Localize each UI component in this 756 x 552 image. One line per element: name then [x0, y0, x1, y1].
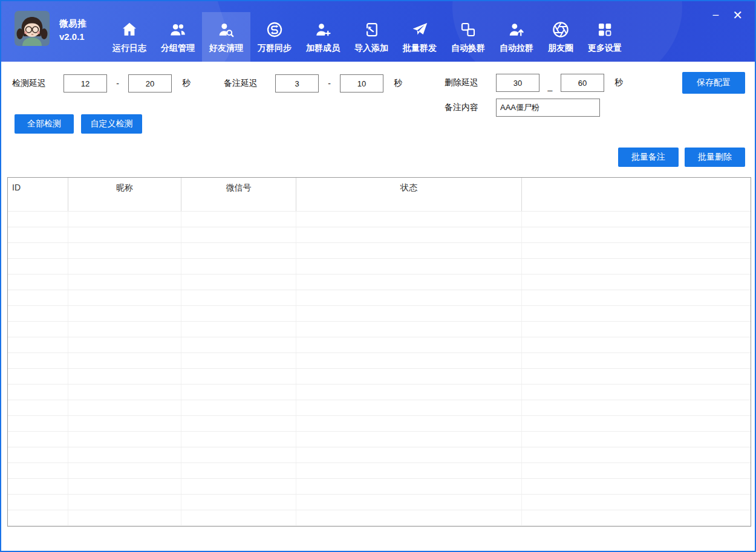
table-row — [8, 212, 751, 227]
nav-item-auto-pull-group[interactable]: 自动拉群 — [492, 12, 541, 62]
nav-item-label: 批量群发 — [403, 43, 437, 54]
table-row — [8, 337, 751, 353]
table-row — [8, 369, 751, 385]
delete-delay-unit: 秒 — [614, 77, 623, 88]
column-header-nickname: 昵称 — [68, 178, 181, 211]
column-header-wechat-id: 微信号 — [181, 178, 296, 211]
remark-delay-min-input[interactable] — [275, 74, 319, 93]
delete-delay-max-input[interactable] — [561, 74, 604, 92]
app-title-block: 微易推 v2.0.1 — [59, 17, 86, 44]
app-version: v2.0.1 — [59, 30, 86, 44]
table-header: ID 昵称 微信号 状态 — [8, 178, 751, 212]
minimize-button[interactable]: − — [712, 8, 720, 22]
nav-item-label: 运行日志 — [112, 43, 146, 54]
more-settings-icon — [596, 21, 614, 39]
nav-item-label: 更多设置 — [588, 43, 622, 54]
sync-icon — [266, 21, 284, 39]
table-row — [8, 274, 751, 290]
table-row — [8, 290, 751, 306]
nav-item-batch-send[interactable]: 批量群发 — [396, 12, 444, 62]
table-row — [8, 322, 751, 337]
remark-content-label: 备注内容 — [445, 102, 478, 113]
detect-delay-max-input[interactable] — [128, 74, 172, 93]
save-config-button[interactable]: 保存配置 — [682, 72, 745, 94]
table-row — [8, 495, 751, 510]
app-name: 微易推 — [59, 17, 86, 30]
range-separator: - — [107, 79, 128, 88]
nav-item-label: 自动拉群 — [500, 43, 533, 54]
avatar-girl-illustration — [15, 11, 50, 46]
close-button[interactable]: ✕ — [732, 8, 743, 22]
table-row — [8, 416, 751, 432]
column-header-id: ID — [8, 178, 68, 211]
table-row — [8, 432, 751, 447]
home-icon — [120, 21, 138, 39]
table-row — [8, 243, 751, 259]
swap-group-icon — [459, 21, 477, 39]
nav-item-group-sync[interactable]: 万群同步 — [250, 12, 299, 62]
nav-item-label: 好友清理 — [209, 43, 243, 54]
table-body — [8, 212, 751, 526]
app-window: { "window": { "minimize_label": "−", "cl… — [0, 0, 756, 552]
send-icon — [411, 21, 429, 39]
nav-item-label: 自动换群 — [451, 43, 485, 54]
friend-search-icon — [217, 21, 235, 39]
column-header-extra — [522, 178, 751, 211]
table-row — [8, 463, 751, 479]
table-row — [8, 385, 751, 400]
remark-content-input[interactable] — [496, 99, 600, 117]
remark-delay-label: 备注延迟 — [224, 78, 258, 89]
nav-item-moments[interactable]: 朋友圈 — [541, 12, 581, 62]
check-all-button[interactable]: 全部检测 — [15, 114, 74, 134]
column-header-status: 状态 — [296, 178, 522, 211]
nav-item-auto-swap-group[interactable]: 自动换群 — [444, 12, 492, 62]
nav-item-more-settings[interactable]: 更多设置 — [581, 12, 629, 62]
table-row — [8, 510, 751, 526]
delete-delay-min-input[interactable] — [496, 74, 539, 92]
main-nav: 运行日志 分组管理 好友清理 — [105, 1, 629, 62]
table-row — [8, 353, 751, 369]
detect-delay-group: 检测延迟 - 秒 — [12, 74, 191, 93]
range-separator: - — [319, 79, 340, 88]
nav-item-group-manage[interactable]: 分组管理 — [154, 12, 202, 62]
moments-icon — [552, 21, 570, 39]
main-content: 检测延迟 - 秒 备注延迟 - 秒 删除延迟 _ 秒 备注内容 保存配置 全部检… — [1, 62, 755, 551]
nav-item-label: 加群成员 — [306, 43, 340, 54]
import-icon — [362, 21, 380, 39]
remark-delay-max-input[interactable] — [340, 74, 383, 93]
detect-delay-min-input[interactable] — [64, 74, 107, 93]
nav-item-label: 导入添加 — [354, 43, 388, 54]
table-row — [8, 227, 751, 243]
remark-delay-group: 备注延迟 - 秒 — [224, 74, 402, 93]
nav-item-import-add[interactable]: 导入添加 — [347, 12, 396, 62]
nav-item-label: 朋友圈 — [548, 43, 573, 54]
table-row — [8, 400, 751, 416]
nav-item-friend-clean[interactable]: 好友清理 — [202, 12, 250, 62]
group-icon — [169, 21, 187, 39]
batch-delete-button[interactable]: 批量删除 — [685, 148, 745, 167]
window-controls: − ✕ — [712, 8, 743, 22]
detect-delay-unit: 秒 — [182, 78, 191, 89]
batch-remark-button[interactable]: 批量备注 — [618, 148, 679, 167]
member-add-icon — [314, 21, 332, 39]
table-row — [8, 447, 751, 463]
pull-group-icon — [507, 21, 526, 39]
table-row — [8, 479, 751, 495]
friends-table: ID 昵称 微信号 状态 — [7, 177, 751, 527]
avatar — [15, 11, 50, 46]
app-header: 微易推 v2.0.1 运行日志 分组管理 — [1, 1, 755, 62]
custom-check-button[interactable]: 自定义检测 — [81, 114, 142, 134]
nav-item-group-member[interactable]: 加群成员 — [299, 12, 347, 62]
delete-delay-group: 删除延迟 _ 秒 — [445, 74, 623, 92]
remark-content-group: 备注内容 — [445, 99, 600, 117]
delete-delay-label: 删除延迟 — [445, 77, 478, 88]
nav-item-label: 分组管理 — [161, 43, 195, 54]
remark-delay-unit: 秒 — [394, 78, 402, 89]
table-row — [8, 306, 751, 322]
nav-item-label: 万群同步 — [258, 43, 292, 54]
table-row — [8, 259, 751, 274]
detect-delay-label: 检测延迟 — [12, 78, 46, 89]
nav-item-run-log[interactable]: 运行日志 — [105, 12, 154, 62]
range-separator: _ — [539, 82, 561, 91]
